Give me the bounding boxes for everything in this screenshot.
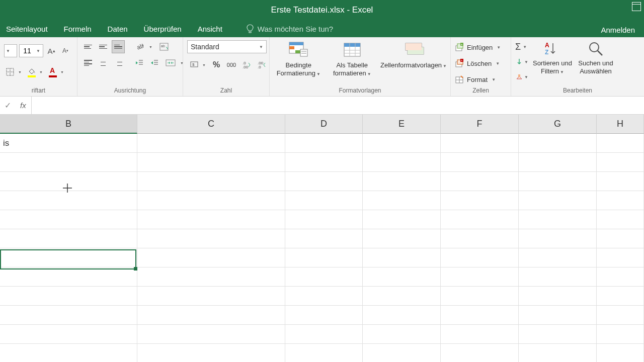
cell[interactable] xyxy=(285,134,363,153)
accounting-format-button[interactable]: $ xyxy=(187,58,201,71)
align-left-button[interactable] xyxy=(82,56,95,69)
cell[interactable] xyxy=(519,287,597,306)
cell[interactable] xyxy=(137,229,285,248)
cell[interactable] xyxy=(137,210,285,229)
cell[interactable] xyxy=(285,172,363,191)
borders-dropdown[interactable]: ▼ xyxy=(18,70,24,74)
orientation-dropdown[interactable]: ▼ xyxy=(149,45,155,49)
cell[interactable] xyxy=(137,172,285,191)
increase-font-button[interactable]: A▴ xyxy=(45,44,57,57)
cell[interactable] xyxy=(285,229,363,248)
tab-page-layout[interactable]: Seitenlayout xyxy=(4,22,50,36)
cell[interactable] xyxy=(597,153,644,172)
delete-cells-button[interactable]: × Löschen▼ xyxy=(455,56,500,70)
cell[interactable] xyxy=(363,229,441,248)
cell[interactable] xyxy=(0,306,137,325)
cell[interactable] xyxy=(285,287,363,306)
cell[interactable] xyxy=(363,172,441,191)
cell[interactable] xyxy=(285,306,363,325)
align-right-button[interactable] xyxy=(112,56,125,69)
orientation-button[interactable]: ab xyxy=(133,40,147,53)
cell[interactable] xyxy=(519,267,597,287)
cell[interactable] xyxy=(137,344,285,362)
cell[interactable] xyxy=(363,210,441,229)
confirm-icon[interactable]: ✓ xyxy=(0,101,15,110)
cell[interactable] xyxy=(363,325,441,344)
cell[interactable] xyxy=(519,306,597,325)
fill-color-dropdown[interactable]: ▼ xyxy=(39,70,45,74)
number-format-combo[interactable]: Standard ▼ xyxy=(187,40,267,53)
cell[interactable] xyxy=(363,267,441,287)
accounting-dropdown[interactable]: ▼ xyxy=(202,58,208,71)
cell[interactable] xyxy=(363,344,441,362)
cell[interactable] xyxy=(441,306,519,325)
cell[interactable] xyxy=(0,344,137,362)
cell[interactable] xyxy=(519,344,597,362)
sign-in-link[interactable]: Anmelden xyxy=(596,23,640,37)
merge-center-button[interactable] xyxy=(163,56,178,69)
cell[interactable] xyxy=(137,306,285,325)
cell[interactable] xyxy=(285,191,363,210)
cell[interactable] xyxy=(285,344,363,362)
cell[interactable] xyxy=(441,267,519,287)
cell[interactable] xyxy=(441,287,519,306)
cell[interactable] xyxy=(441,153,519,172)
cell[interactable] xyxy=(363,306,441,325)
cell[interactable] xyxy=(519,153,597,172)
clear-button[interactable]: ▼ xyxy=(515,70,529,83)
cell-styles-button[interactable]: Zellenformatvorlagen▼ xyxy=(381,40,446,69)
spreadsheet-grid[interactable]: BCDEFGH is xyxy=(0,115,644,362)
font-size-input[interactable] xyxy=(20,47,35,55)
cell[interactable] xyxy=(519,210,597,229)
column-header-B[interactable]: B xyxy=(0,115,137,134)
cell[interactable] xyxy=(137,191,285,210)
cell[interactable] xyxy=(0,210,137,229)
column-header-E[interactable]: E xyxy=(363,115,441,134)
cell[interactable] xyxy=(363,134,441,153)
cell[interactable] xyxy=(519,325,597,344)
column-header-C[interactable]: C xyxy=(137,115,285,134)
fill-button[interactable]: ▼ xyxy=(515,55,529,68)
cell[interactable] xyxy=(137,325,285,344)
tab-view[interactable]: Ansicht xyxy=(196,22,224,36)
cell[interactable] xyxy=(0,325,137,344)
align-middle-button[interactable] xyxy=(97,40,110,53)
autosum-button[interactable]: Σ▼ xyxy=(515,40,529,53)
cell[interactable] xyxy=(137,287,285,306)
find-select-button[interactable]: Suchen und Auswählen xyxy=(576,40,616,75)
fill-color-button[interactable] xyxy=(26,66,37,77)
cell[interactable] xyxy=(285,267,363,287)
decrease-indent-button[interactable] xyxy=(133,56,146,69)
cell[interactable] xyxy=(363,248,441,267)
cell[interactable] xyxy=(363,287,441,306)
cell[interactable] xyxy=(519,172,597,191)
cell[interactable] xyxy=(137,134,285,153)
cell[interactable] xyxy=(285,210,363,229)
column-header-H[interactable]: H xyxy=(597,115,644,134)
insert-cells-button[interactable]: + Einfügen▼ xyxy=(455,40,501,54)
cell[interactable] xyxy=(519,134,597,153)
cell[interactable] xyxy=(0,229,137,248)
decrease-decimal-button[interactable]: .00.0 xyxy=(255,58,269,71)
cell[interactable] xyxy=(441,248,519,267)
cell[interactable] xyxy=(519,248,597,267)
cell[interactable] xyxy=(0,153,137,172)
cell[interactable] xyxy=(597,267,644,287)
align-bottom-button[interactable] xyxy=(112,40,125,53)
cell[interactable] xyxy=(597,248,644,267)
cell[interactable] xyxy=(597,325,644,344)
cell[interactable] xyxy=(597,191,644,210)
cell[interactable] xyxy=(441,344,519,362)
cell[interactable] xyxy=(597,210,644,229)
column-header-D[interactable]: D xyxy=(285,115,363,134)
borders-button[interactable] xyxy=(4,65,16,78)
cell[interactable] xyxy=(363,191,441,210)
cell[interactable] xyxy=(597,306,644,325)
decrease-font-button[interactable]: A▾ xyxy=(59,44,71,57)
format-as-table-button[interactable]: Als Tabelle formatieren▼ xyxy=(328,40,377,77)
column-header-F[interactable]: F xyxy=(441,115,519,134)
cell[interactable] xyxy=(441,325,519,344)
align-center-button[interactable] xyxy=(97,56,110,69)
cell[interactable] xyxy=(363,153,441,172)
cell[interactable] xyxy=(0,248,137,267)
